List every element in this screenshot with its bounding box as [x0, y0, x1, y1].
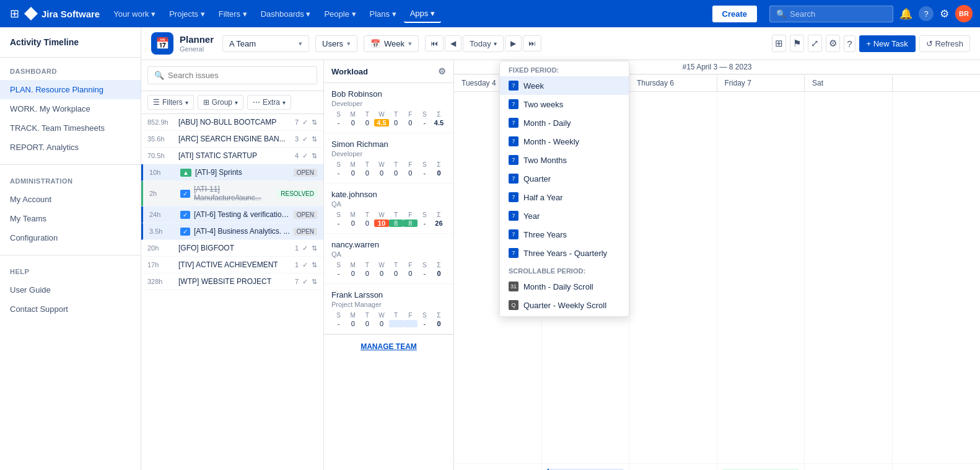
- check-icon: ✓: [302, 244, 308, 252]
- issue-row[interactable]: 328h [WTP] WEBSITE PROJECT 7 ✓ ⇅: [141, 273, 323, 290]
- today-button[interactable]: Today ▾: [463, 35, 504, 52]
- manage-team-link[interactable]: MANAGE TEAM: [324, 334, 453, 358]
- issue-title: [ATI] STATIC STARTUP: [178, 151, 291, 160]
- sidebar-item-resource-planning[interactable]: PLAN. Resource Planning: [0, 80, 141, 99]
- nav-apps[interactable]: Apps ▾: [404, 5, 441, 23]
- dropdown-item-week[interactable]: 7 Week: [500, 76, 629, 95]
- search-input-wrap[interactable]: 🔍: [147, 66, 317, 84]
- fullscreen-icon[interactable]: ⤢: [808, 35, 822, 52]
- sidebar-header: Activity Timeline: [0, 27, 141, 58]
- sidebar-item-my-account[interactable]: My Account: [0, 190, 141, 209]
- half-year-icon: 7: [509, 192, 518, 202]
- issue-title: [ATI-11] Manufacture/launc...: [194, 185, 274, 202]
- issue-title: [ABU] NO-BULL BOOTCAMP: [178, 118, 291, 126]
- cal-day-tue-kate: [454, 464, 542, 470]
- users-selector[interactable]: Users ▾: [315, 35, 357, 52]
- nav-people[interactable]: People ▾: [318, 6, 362, 22]
- topnav: ⊞ Jira Software Your work ▾ Projects ▾ F…: [0, 0, 980, 27]
- issue-title: [GFO] BIGFOOT: [178, 244, 291, 252]
- avatar[interactable]: BR: [955, 5, 973, 22]
- sidebar-item-contact-support[interactable]: Contact Support: [0, 299, 141, 319]
- status-badge: OPEN: [294, 211, 317, 219]
- issue-row[interactable]: 20h [GFO] BIGFOOT 1 ✓ ⇅: [141, 240, 323, 257]
- issue-row[interactable]: 24h ✓ [ATI-6] Testing & verification. ..…: [141, 206, 323, 223]
- search-issues-icon: 🔍: [154, 71, 164, 80]
- issue-title: [ATI-9] Sprints: [195, 168, 290, 177]
- cal-day-extra: [893, 91, 981, 463]
- issue-row[interactable]: 35.6h [ARC] SEARCH ENGINE BAN... 3 ✓ ⇅: [141, 131, 323, 148]
- period-selector[interactable]: 📅 Week ▾: [364, 35, 419, 52]
- sidebar-item-configuration[interactable]: Configuration: [0, 228, 141, 247]
- group-button[interactable]: ⊞ Group ▾: [198, 95, 243, 110]
- nav-prev-btn[interactable]: ◀: [445, 35, 462, 51]
- bell-icon[interactable]: 🔔: [899, 7, 912, 20]
- team-selector[interactable]: A Team ▾: [222, 35, 309, 52]
- gear-icon[interactable]: ⚙: [438, 66, 446, 76]
- day-header-saturday: Sat: [805, 75, 893, 91]
- issue-row[interactable]: 10h ▲ [ATI-9] Sprints OPEN: [141, 164, 323, 181]
- issue-row[interactable]: 852.9h [ABU] NO-BULL BOOTCAMP 7 ✓ ⇅: [141, 114, 323, 131]
- issue-row[interactable]: 70.5h [ATI] STATIC STARTUP 4 ✓ ⇅: [141, 148, 323, 164]
- nav-next-btn[interactable]: ▶: [505, 35, 522, 51]
- sidebar-item-my-teams[interactable]: My Teams: [0, 209, 141, 228]
- dropdown-item-two-weeks[interactable]: 7 Two weeks: [500, 95, 629, 113]
- cal-day-fri-kate: 🖍 Sick Leave: [717, 464, 805, 470]
- issue-row[interactable]: 2h ✓ [ATI-11] Manufacture/launc... RESOL…: [141, 181, 323, 206]
- issues-list: 852.9h [ABU] NO-BULL BOOTCAMP 7 ✓ ⇅ 35.6…: [141, 114, 323, 470]
- new-task-button[interactable]: + New Task: [859, 35, 916, 52]
- sidebar-item-timesheets[interactable]: TRACK. Team Timesheets: [0, 118, 141, 138]
- nav-projects[interactable]: Projects ▾: [163, 6, 211, 22]
- dropdown-item-quarter[interactable]: 7 Quarter: [500, 169, 629, 188]
- help-circle-icon[interactable]: ?: [844, 35, 855, 52]
- arrow-icon: ⇅: [312, 261, 317, 269]
- nav-dashboards[interactable]: Dashboards ▾: [255, 6, 317, 22]
- cal-day-sat: [805, 91, 893, 463]
- issue-count: 7: [295, 278, 299, 285]
- screenshot-icon[interactable]: ⊞: [772, 35, 786, 52]
- nav-first-btn[interactable]: ⏮: [425, 35, 444, 51]
- help-icon[interactable]: ?: [919, 6, 934, 21]
- issue-row[interactable]: 17h [TIV] ACTIVE ACHIEVEMENT 1 ✓ ⇅: [141, 257, 323, 273]
- refresh-button[interactable]: ↺ Refresh: [919, 35, 970, 52]
- nav-last-btn[interactable]: ⏭: [523, 35, 541, 51]
- settings-icon[interactable]: ⚙: [940, 7, 949, 20]
- sidebar-item-analytics[interactable]: REPORT. Analytics: [0, 138, 141, 157]
- nav-plans[interactable]: Plans ▾: [364, 6, 403, 22]
- scrollable-period-title: Scrollable Period:: [500, 262, 629, 277]
- dropdown-item-month-weekly[interactable]: 7 Month - Weekly: [500, 132, 629, 151]
- search-icon: 🔍: [776, 9, 786, 19]
- dropdown-item-three-years[interactable]: 7 Three Years: [500, 225, 629, 244]
- arrow-icon: ⇅: [312, 152, 317, 160]
- workload-member: kate.johnson QA SMTWTFSΣ -00 10 8 8 - 26: [324, 184, 453, 234]
- member-name: Bob Robinson: [331, 89, 446, 99]
- flag-icon[interactable]: ⚑: [790, 35, 804, 52]
- nav-filters[interactable]: Filters ▾: [212, 6, 253, 22]
- issue-hours: 17h: [147, 261, 175, 268]
- sidebar-item-workplace[interactable]: WORK. My Workplace: [0, 99, 141, 118]
- filter-icon[interactable]: ⚙: [826, 35, 840, 52]
- sidebar-section-title-dashboard: DASHBOARD: [0, 63, 141, 80]
- nav-your-work[interactable]: Your work ▾: [107, 6, 162, 22]
- search-issues-input[interactable]: [168, 71, 310, 80]
- filters-button[interactable]: ☰ Filters ▾: [147, 95, 194, 110]
- search-bar[interactable]: 🔍 Search: [769, 6, 893, 22]
- arrow-icon: ⇅: [312, 135, 317, 143]
- dropdown-item-year[interactable]: 7 Year: [500, 206, 629, 225]
- dropdown-item-month-daily[interactable]: 7 Month - Daily: [500, 113, 629, 132]
- issue-hours: 70.5h: [147, 152, 175, 159]
- extra-icon: ⋯: [253, 98, 260, 107]
- task-badge: ✓: [180, 228, 190, 236]
- sidebar-item-user-guide[interactable]: User Guide: [0, 280, 141, 299]
- workload-panel: Workload ⚙ Bob Robinson Developer SMTWTF…: [324, 60, 454, 470]
- create-button[interactable]: Create: [712, 6, 757, 22]
- extra-button[interactable]: ⋯ Extra ▾: [247, 95, 291, 110]
- dropdown-item-two-months[interactable]: 7 Two Months: [500, 151, 629, 169]
- dropdown-item-half-year[interactable]: 7 Half a Year: [500, 188, 629, 206]
- three-years-quarterly-icon: 7: [509, 248, 518, 258]
- dropdown-item-three-years-quarterly[interactable]: 7 Three Years - Quarterly: [500, 244, 629, 262]
- issue-row[interactable]: 3.5h ✓ [ATI-4] Business Analytics. ... O…: [141, 223, 323, 240]
- dropdown-item-quarter-weekly-scroll[interactable]: Q Quarter - Weekly Scroll: [500, 296, 629, 316]
- grid-icon[interactable]: ⊞: [7, 4, 22, 23]
- dropdown-item-month-daily-scroll[interactable]: 31 Month - Daily Scroll: [500, 277, 629, 296]
- issue-hours: 24h: [149, 211, 177, 218]
